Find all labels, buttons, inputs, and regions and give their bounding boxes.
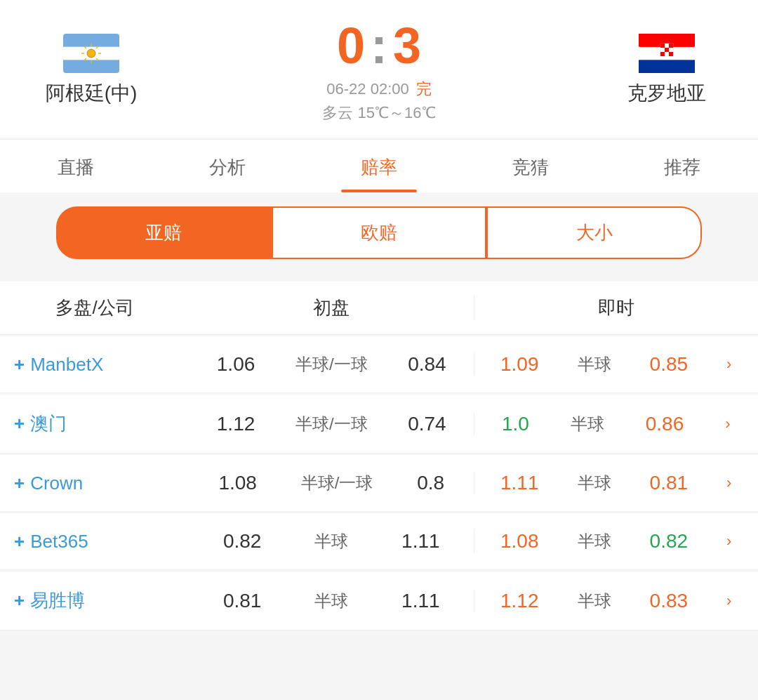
plus-icon: +	[14, 354, 25, 376]
tab-recommend[interactable]: 推荐	[606, 140, 758, 192]
company-cell: + Bet365	[0, 531, 190, 553]
table-header: 多盘/公司 初盘 即时	[0, 282, 758, 335]
company-cell: + 易胜博	[0, 588, 190, 613]
rt-away-val: 0.81	[650, 472, 689, 494]
rt-mid-label: 半球	[578, 353, 611, 376]
init-home-val: 1.06	[217, 353, 255, 376]
svg-rect-23	[665, 52, 669, 56]
init-away-val: 1.11	[401, 530, 440, 553]
initial-odds: 1.12 半球/一球 0.74	[190, 413, 474, 435]
rt-home-val: 1.0	[502, 413, 529, 435]
svg-rect-17	[665, 44, 669, 48]
tabs-section: 直播 分析 赔率 竞猜 推荐	[0, 139, 758, 192]
init-away-val: 1.11	[401, 590, 440, 612]
tab-live[interactable]: 直播	[0, 140, 152, 192]
realtime-odds: 1.0 半球 0.86 ›	[474, 413, 759, 435]
rt-home-val: 1.12	[500, 590, 539, 612]
plus-icon: +	[14, 531, 25, 553]
match-info: 06-22 02:00 完	[326, 79, 431, 100]
col-initial: 初盘	[190, 296, 474, 320]
company-cell: + 澳门	[0, 411, 190, 436]
init-mid-label: 半球	[314, 590, 348, 612]
match-date: 06-22 02:00	[326, 80, 408, 98]
svg-rect-16	[660, 44, 665, 48]
subtab-overunder[interactable]: 大小	[486, 206, 702, 259]
svg-rect-14	[639, 60, 695, 73]
svg-rect-24	[669, 52, 673, 56]
initial-odds: 1.06 半球/一球 0.84	[190, 353, 474, 376]
tab-guess[interactable]: 竞猜	[455, 140, 606, 192]
init-away-val: 0.74	[408, 413, 446, 435]
rt-mid-label: 半球	[571, 413, 604, 435]
svg-rect-22	[660, 52, 665, 56]
svg-rect-20	[665, 48, 669, 52]
score-display: 0 : 3	[337, 17, 421, 74]
rt-home-val: 1.11	[500, 472, 539, 494]
arrow-icon: ›	[726, 474, 731, 492]
subtab-asian[interactable]: 亚赔	[56, 206, 272, 259]
initial-odds: 0.82 半球 1.11	[190, 530, 474, 553]
score-away: 3	[393, 17, 421, 74]
arrow-icon: ›	[726, 592, 731, 610]
init-away-val: 0.8	[417, 472, 444, 494]
company-name: Crown	[30, 473, 83, 494]
svg-rect-18	[669, 44, 673, 48]
init-home-val: 0.81	[223, 590, 262, 612]
table-row[interactable]: + ManbetX 1.06 半球/一球 0.84 1.09 半球 0.85 ›	[0, 336, 758, 393]
svg-rect-21	[669, 48, 673, 52]
init-home-val: 1.08	[218, 472, 257, 494]
init-mid-label: 半球/一球	[301, 472, 373, 494]
match-weather: 多云 15℃～16℃	[322, 103, 435, 124]
team-home: 阿根廷(中)	[14, 34, 168, 107]
rt-mid-label: 半球	[578, 590, 611, 612]
team-away: 克罗地亚	[590, 34, 744, 107]
company-name: Bet365	[30, 531, 88, 553]
team-home-name: 阿根廷(中)	[46, 80, 138, 107]
svg-rect-19	[660, 48, 665, 52]
table-row[interactable]: + 易胜博 0.81 半球 1.11 1.12 半球 0.83 ›	[0, 572, 758, 630]
company-cell: + Crown	[0, 473, 190, 494]
company-name: ManbetX	[30, 354, 103, 376]
rt-mid-label: 半球	[578, 472, 611, 494]
init-home-val: 1.12	[217, 413, 255, 435]
tab-odds[interactable]: 赔率	[303, 140, 455, 192]
rt-home-val: 1.09	[500, 353, 539, 376]
score-colon: :	[371, 17, 387, 74]
table-row[interactable]: + 澳门 1.12 半球/一球 0.74 1.0 半球 0.86 ›	[0, 395, 758, 454]
plus-icon: +	[14, 590, 25, 612]
arrow-icon: ›	[726, 355, 731, 374]
realtime-odds: 1.09 半球 0.85 ›	[474, 353, 759, 376]
rt-mid-label: 半球	[578, 530, 611, 553]
init-away-val: 0.84	[408, 353, 446, 376]
realtime-odds: 1.12 半球 0.83 ›	[474, 590, 759, 612]
plus-icon: +	[14, 473, 25, 494]
company-name: 澳门	[30, 411, 67, 436]
flag-croatia	[639, 34, 695, 73]
tab-analysis[interactable]: 分析	[152, 140, 303, 192]
score-center: 0 : 3 06-22 02:00 完 多云 15℃～16℃	[168, 17, 590, 124]
rt-away-val: 0.85	[650, 353, 689, 376]
subtab-european[interactable]: 欧赔	[272, 206, 487, 259]
realtime-odds: 1.11 半球 0.81 ›	[474, 472, 759, 494]
company-cell: + ManbetX	[0, 354, 190, 376]
realtime-odds: 1.08 半球 0.82 ›	[474, 530, 759, 553]
score-section: 阿根廷(中) 0 : 3 06-22 02:00 完 多云 15℃～16℃	[0, 0, 758, 138]
initial-odds: 0.81 半球 1.11	[190, 590, 474, 612]
company-name: 易胜博	[30, 588, 85, 613]
table-row[interactable]: + Bet365 0.82 半球 1.11 1.08 半球 0.82 ›	[0, 513, 758, 570]
col-company: 多盘/公司	[0, 296, 190, 320]
init-home-val: 0.82	[223, 530, 262, 553]
rt-away-val: 0.86	[646, 413, 684, 435]
svg-point-2	[87, 49, 95, 58]
plus-icon: +	[14, 413, 25, 435]
init-mid-label: 半球/一球	[295, 353, 368, 376]
table-row[interactable]: + Crown 1.08 半球/一球 0.8 1.11 半球 0.81 ›	[0, 455, 758, 512]
odds-table: + ManbetX 1.06 半球/一球 0.84 1.09 半球 0.85 ›…	[0, 336, 758, 630]
init-mid-label: 半球/一球	[295, 413, 368, 435]
rt-home-val: 1.08	[500, 530, 539, 553]
initial-odds: 1.08 半球/一球 0.8	[190, 472, 474, 494]
arrow-icon: ›	[726, 532, 731, 550]
flag-argentina	[63, 34, 119, 73]
subtabs-section: 亚赔 欧赔 大小	[0, 192, 758, 273]
rt-away-val: 0.83	[650, 590, 689, 612]
